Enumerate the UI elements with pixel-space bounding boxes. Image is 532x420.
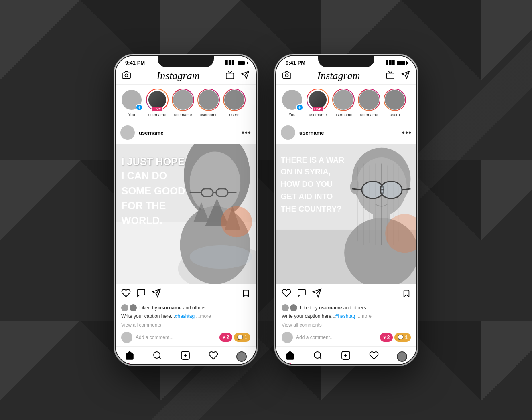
camera-icon-right[interactable] — [282, 71, 291, 81]
story-plus-right[interactable]: + — [296, 104, 303, 111]
heart-badge-icon-right: ♥ — [383, 335, 386, 340]
story-label-2-right: username — [358, 113, 380, 117]
story-plus-left[interactable]: + — [136, 104, 143, 111]
story-3-right[interactable]: usern — [384, 89, 406, 117]
like-avatars-left — [121, 304, 137, 311]
bottom-nav-right — [276, 346, 416, 364]
story-2-left[interactable]: username — [197, 89, 220, 117]
svg-text:GET AID INTO: GET AID INTO — [281, 192, 333, 201]
ig-logo-right: Instagram — [317, 70, 360, 82]
post-likes-left: Liked by usurname and others — [116, 304, 256, 311]
svg-rect-32 — [387, 73, 394, 79]
signal-icon: ▋▋▋ — [225, 60, 235, 65]
nav-add-left[interactable] — [181, 351, 190, 363]
story-label-1-left: username — [172, 113, 194, 117]
status-time-right: 9:41 PM — [286, 60, 305, 66]
hashtag-left[interactable]: #hashtag — [175, 313, 195, 319]
post-more-right[interactable]: ••• — [402, 128, 412, 137]
svg-line-27 — [159, 357, 161, 359]
story-1-right[interactable]: username — [332, 89, 355, 117]
svg-point-0 — [125, 74, 128, 77]
post-left: username ••• — [116, 121, 256, 364]
battery-icon-right — [397, 61, 407, 65]
igtv-icon-left[interactable] — [225, 71, 234, 81]
nav-search-right[interactable] — [313, 351, 323, 363]
comment-badge-icon-right: 💬 — [398, 335, 404, 340]
comment-placeholder-right[interactable]: Add a comment... — [296, 335, 334, 340]
svg-point-26 — [154, 352, 160, 358]
svg-text:I CAN DO: I CAN DO — [122, 170, 167, 181]
likes-text-right: Liked by usurname and others — [300, 305, 366, 311]
post-user-right: username — [281, 125, 324, 140]
more-left[interactable]: ...more — [196, 313, 211, 319]
story-2-right[interactable]: username — [358, 89, 380, 117]
badge-likes-left[interactable]: ♥ 2 — [219, 333, 233, 342]
story-3-left[interactable]: usern — [223, 89, 246, 117]
post-image-right: THERE IS A WAR ON IN SYRIA, HOW DO YOU G… — [276, 144, 416, 284]
post-avatar-left — [120, 125, 135, 140]
share-icon-left[interactable] — [152, 288, 161, 300]
nav-heart-left[interactable] — [209, 351, 218, 363]
story-live-right[interactable]: LIVE username — [307, 89, 329, 117]
post-likes-right: Liked by usurname and others — [276, 304, 416, 311]
send-icon-right[interactable] — [401, 71, 410, 81]
post-username-left: username — [139, 130, 163, 136]
story-you-left[interactable]: + You — [120, 89, 143, 117]
nav-heart-right[interactable] — [369, 351, 379, 363]
notch-right — [318, 56, 374, 67]
view-comments-left[interactable]: View all comments — [116, 321, 256, 329]
svg-text:I JUST HOPE: I JUST HOPE — [122, 156, 185, 167]
nav-search-left[interactable] — [152, 351, 162, 363]
bookmark-icon-right[interactable] — [402, 289, 411, 300]
comment-icon-left[interactable] — [136, 288, 146, 300]
signal-icon-right: ▋▋▋ — [386, 60, 396, 65]
nav-home-right[interactable] — [285, 351, 295, 363]
ig-logo-left: Instagram — [157, 70, 200, 82]
like-avatar-1-right — [282, 304, 289, 311]
nav-profile-left[interactable] — [236, 351, 247, 362]
svg-point-17 — [190, 245, 252, 269]
ig-header-icons-right — [386, 71, 410, 81]
more-right[interactable]: ...more — [357, 313, 372, 319]
story-label-1-right: username — [332, 113, 355, 117]
post-actions-right — [276, 284, 416, 304]
svg-text:WORLD.: WORLD. — [122, 215, 162, 226]
post-more-left[interactable]: ••• — [242, 128, 251, 137]
like-avatar-2-left — [130, 304, 137, 311]
share-icon-right[interactable] — [312, 288, 322, 300]
stories-row-left: + You LIVE username — [116, 85, 256, 121]
badge-likes-right[interactable]: ♥ 2 — [380, 333, 393, 342]
story-you-right[interactable]: + You — [281, 89, 303, 117]
badge-comments-right[interactable]: 💬 1 — [394, 333, 411, 342]
likes-count-left: 2 — [227, 335, 229, 340]
badge-comments-left[interactable]: 💬 1 — [234, 333, 250, 342]
ig-header-icons-left — [225, 71, 250, 81]
comment-badge-icon-left: 💬 — [237, 335, 243, 340]
nav-add-right[interactable] — [341, 351, 351, 363]
hashtag-right[interactable]: #hashtag — [335, 313, 355, 319]
comment-icon-right[interactable] — [297, 288, 307, 300]
like-icon-right[interactable] — [282, 288, 291, 300]
story-live-left[interactable]: LIVE username — [146, 89, 169, 117]
comments-count-right: 1 — [405, 335, 408, 340]
bookmark-icon-left[interactable] — [242, 289, 250, 300]
story-1-left[interactable]: username — [172, 89, 194, 117]
igtv-icon-right[interactable] — [386, 71, 395, 81]
nav-home-left[interactable] — [125, 351, 134, 363]
svg-point-65 — [314, 352, 321, 358]
view-comments-right[interactable]: View all comments — [276, 321, 416, 329]
camera-icon-left[interactable] — [122, 71, 131, 81]
comment-placeholder-left[interactable]: Add a comment... — [136, 335, 173, 340]
status-icons-left: ▋▋▋ — [225, 60, 246, 65]
post-comment-row-left: Add a comment... ♥ 2 💬 1 — [116, 329, 256, 346]
story-label-live-right: username — [307, 113, 329, 117]
post-actions-buttons-left — [121, 288, 161, 300]
like-icon-left[interactable] — [121, 288, 131, 300]
like-avatars-right — [282, 304, 297, 311]
comment-avatar-left — [121, 332, 132, 343]
nav-profile-right[interactable] — [397, 351, 407, 362]
post-image-svg-left: I JUST HOPE I CAN DO SOME GOOD FOR THE W… — [116, 144, 256, 284]
send-icon-left[interactable] — [241, 71, 250, 81]
notification-badges-left: ♥ 2 💬 1 — [219, 333, 251, 342]
story-label-live-left: username — [146, 113, 169, 117]
